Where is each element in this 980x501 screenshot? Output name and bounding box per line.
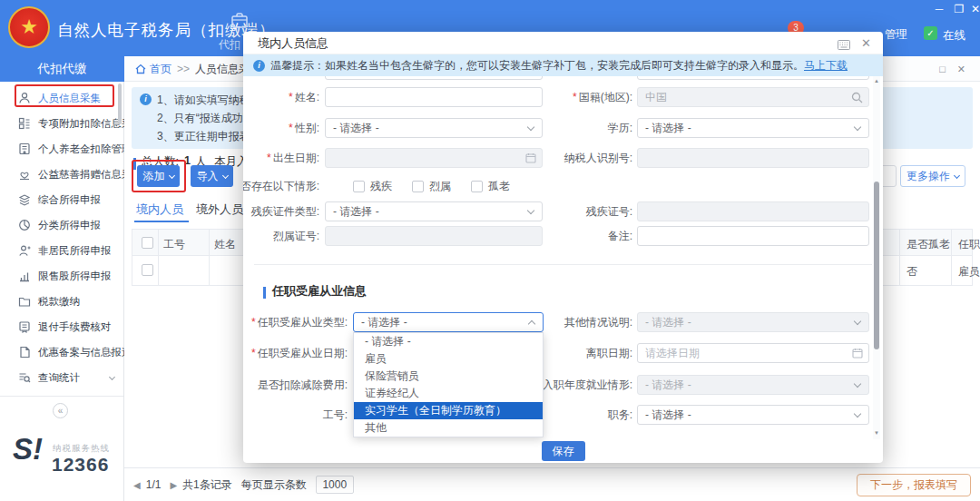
national-emblem-icon: ★ [8,6,50,48]
taxpayer-id-input[interactable] [637,148,869,168]
chevron-down-icon [527,123,534,131]
keyboard-icon[interactable] [838,37,850,54]
position-select[interactable]: - 请选择 - [637,405,869,425]
sidebar-item-nonresident-income[interactable]: 非居民所得申报 [0,238,123,263]
dropdown-option[interactable]: 其他 [354,419,543,437]
dropdown-option[interactable]: 雇员 [354,350,543,368]
chevron-down-icon [221,172,228,179]
disability-checkbox-label: 残疾 [370,179,392,194]
sidebar: 代扣代缴 人员信息采集 专项附加扣除信息采集 个人养老金扣除管理 公益慈善捐赠信… [0,56,124,501]
entry-year-select[interactable]: - 请选择 - [637,375,869,395]
layers-icon [18,193,31,206]
dropdown-option-highlighted[interactable]: 实习学生（全日制学历教育） [354,402,543,419]
save-button[interactable]: 保存 [542,441,585,461]
window-maximize-button[interactable]: ❐ [951,3,967,15]
nationality-input[interactable]: 中国 [637,87,869,107]
sidebar-item-label: 查询统计 [38,365,80,390]
martyr-no-input[interactable] [325,226,543,246]
home-icon [135,64,146,74]
martyr-checkbox-label: 烈属 [429,179,451,194]
page-prev-button[interactable]: ◀ [133,480,141,490]
calendar-icon [852,348,863,359]
search-list-icon [18,371,31,384]
sidebar-item-special-deduction[interactable]: 专项附加扣除信息采集 [0,111,123,136]
sidebar-item-tax-payment[interactable]: 税款缴纳 [0,289,123,314]
sidebar-item-preferential-filing[interactable]: 优惠备案与信息报送 [0,339,123,365]
employment-type-select[interactable]: - 请选择 - [353,312,544,332]
next-step-button[interactable]: 下一步，报表填写 [857,474,971,496]
dropdown-option[interactable]: 保险营销员 [354,368,543,385]
sidebar-item-restricted-stock[interactable]: 限售股所得申报 [0,263,123,289]
panel-maximize-icon[interactable]: □ [939,56,946,82]
active-tab-underline [134,221,189,222]
pie-icon [18,219,31,231]
other-note-select[interactable]: - 请选择 - [637,312,869,332]
sidebar-item-label: 税款缴纳 [38,289,80,314]
tab-domestic-personnel[interactable]: 境内人员 [136,201,183,218]
col-header-workno: 工号 [163,237,185,252]
download-link[interactable]: 马上下载 [804,59,848,72]
sidebar-item-label: 非居民所得申报 [38,238,112,263]
situation-label: 是否存在以下情形: [243,180,319,192]
add-button[interactable]: 添加 [137,165,180,187]
chevron-down-icon [168,172,174,179]
sidebar-item-personnel-info[interactable]: 人员信息采集 [0,85,123,111]
folder-icon [18,295,31,308]
sidebar-item-query-statistics[interactable]: 查询统计 [0,365,123,390]
leave-date-input[interactable]: 请选择日期 [637,343,869,363]
disability-type-select[interactable]: - 请选择 - [325,201,543,221]
modal-scrollbar-thumb[interactable] [874,182,879,349]
scroll-up-arrow[interactable]: ▲ [874,78,879,84]
per-page-label: 每页显示条数 [241,477,307,493]
birthdate-label: 出生日期: [273,152,319,164]
page-next-button[interactable]: ▶ [170,480,177,490]
withholding-tab-label[interactable]: 代扣 [219,37,240,53]
dropdown-option[interactable]: - 请选择 - [354,333,543,350]
martyr-checkbox[interactable] [412,181,424,192]
select-all-checkbox[interactable] [142,237,153,249]
sidebar-scrollbar[interactable] [118,84,122,124]
remark-input[interactable] [637,226,869,246]
modal-close-icon[interactable]: ✕ [861,32,871,54]
withholding-tab-icon[interactable] [230,12,250,34]
sidebar-item-charity-donation[interactable]: 公益慈善捐赠信息采集 [0,162,123,187]
sidebar-collapse-button[interactable]: « [53,403,68,418]
gender-select[interactable]: - 请选择 - [325,118,543,138]
sidebar-item-label: 人员信息采集 [38,85,101,111]
unit-manage-label[interactable]: 管理 [885,27,907,43]
clipped-field[interactable] [637,76,869,80]
info-icon: i [253,60,265,72]
row-checkbox[interactable] [142,264,153,276]
clipped-field[interactable] [325,76,543,80]
import-button[interactable]: 导入 [191,165,233,187]
sidebar-item-comprehensive-income[interactable]: 综合所得申报 [0,187,123,212]
birthdate-input[interactable] [325,148,543,168]
disability-checkbox[interactable] [353,181,365,192]
search-icon[interactable] [851,92,863,103]
scroll-down-arrow[interactable]: ▼ [874,430,879,436]
cell-employment: 雇员 [958,264,980,280]
window-minimize-button[interactable]: ─ [931,3,947,15]
sidebar-item-refund-fee-check[interactable]: 退付手续费核对 [0,314,123,339]
more-actions-button[interactable]: 更多操作 [900,165,965,187]
education-select[interactable]: - 请选择 - [637,118,869,138]
sidebar-item-classified-income[interactable]: 分类所得申报 [0,212,123,238]
entry-year-label: 入职年度就业情形: [543,378,632,391]
breadcrumb-home[interactable]: 首页 [150,56,172,82]
panel-close-icon[interactable]: ✕ [957,56,965,82]
per-page-input[interactable] [316,476,354,494]
employment-section-title: 任职受雇从业信息 [272,283,367,300]
elderly-checkbox[interactable] [471,181,483,192]
sidebar-item-pension-deduction[interactable]: 个人养老金扣除管理 [0,136,123,162]
martyr-no-label: 烈属证号: [273,230,319,242]
gender-label: 性别: [295,122,319,134]
window-close-button[interactable]: ✕ [967,3,980,15]
footer-bar: ◀ 1/1 ▶ 共1条记录 每页显示条数 下一步，报表填写 [124,467,980,501]
app-window: ★ 自然人电子税务局（扣缴端） 代扣 3 管理 ✓ 在线 ─ ❐ ✕ 代扣代缴 … [0,0,980,501]
chevron-down-icon [527,207,534,214]
name-input[interactable] [325,87,543,107]
disability-no-input[interactable] [637,201,869,221]
tab-overseas-personnel[interactable]: 境外人员 [196,201,243,218]
remark-label: 备注: [608,230,632,242]
dropdown-option[interactable]: 证券经纪人 [354,385,543,402]
